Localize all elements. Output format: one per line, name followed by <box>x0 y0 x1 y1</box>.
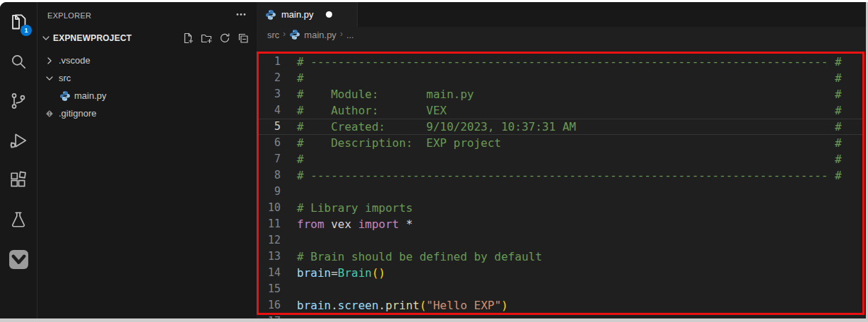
line-number: 5 <box>257 119 281 135</box>
code-line[interactable]: 5# Created: 9/10/2023, 10:37:31 AM # <box>257 119 864 135</box>
project-root-row[interactable]: EXPNEWPROJECT <box>37 29 257 47</box>
code-editor[interactable]: 1# -------------------------------------… <box>257 42 866 318</box>
vscode-window: 1 EXPLORER EXPNEWPROJECT .vscodesrcmain.… <box>0 2 866 318</box>
code-text: # Module: main.py # <box>281 86 842 102</box>
code-line[interactable]: 1# -------------------------------------… <box>257 54 864 70</box>
code-text: brain=Brain() <box>281 265 385 281</box>
activity-item-source-control[interactable] <box>0 81 37 121</box>
line-number: 4 <box>257 102 281 119</box>
code-line[interactable]: 13# Brain should be defined by default <box>257 249 864 265</box>
code-text: # Description: EXP project # <box>281 135 842 151</box>
tab-main-py[interactable]: main.py <box>257 2 358 27</box>
tree-item-src[interactable]: src <box>37 69 257 87</box>
breadcrumb: src›main.py›... <box>257 27 866 42</box>
run-debug-icon <box>9 131 28 150</box>
breadcrumb-label: src <box>267 30 279 40</box>
new-file-icon[interactable] <box>182 32 194 44</box>
code-line[interactable]: 4# Author: VEX # <box>257 102 864 119</box>
line-number: 10 <box>257 200 281 216</box>
refresh-icon[interactable] <box>218 32 231 44</box>
activity-item-run-and-debug[interactable] <box>0 121 37 160</box>
activity-item-search[interactable] <box>0 42 37 81</box>
code-line[interactable]: 8# -------------------------------------… <box>257 167 864 184</box>
sidebar-header: EXPLORER <box>37 2 257 29</box>
line-number: 8 <box>257 167 281 184</box>
code-text: from vex import * <box>281 216 413 232</box>
code-text: # # <box>281 151 842 167</box>
code-text: # --------------------------------------… <box>281 54 842 70</box>
code-line[interactable]: 3# Module: main.py # <box>257 86 864 102</box>
code-line[interactable]: 7# # <box>257 151 864 167</box>
code-text: # Brain should be defined by default <box>281 249 542 265</box>
vex-icon <box>8 249 29 270</box>
breadcrumb-item[interactable]: main.py <box>289 29 336 40</box>
code-line[interactable]: 14brain=Brain() <box>257 265 864 281</box>
line-number: 12 <box>257 232 281 249</box>
code-line[interactable]: 11from vex import * <box>257 216 864 232</box>
tree-item-label: src <box>59 73 71 83</box>
new-folder-icon[interactable] <box>200 32 213 44</box>
code-line[interactable]: 9 <box>257 184 864 200</box>
editor-group: main.py src›main.py›... 1# -------------… <box>257 2 866 318</box>
breadcrumb-separator: › <box>283 29 286 39</box>
activity-item-explorer[interactable]: 1 <box>0 2 37 42</box>
tab-bar: main.py <box>257 2 866 27</box>
code-line[interactable]: 15 <box>257 281 864 297</box>
activity-item-testing[interactable] <box>0 200 37 239</box>
badge-count: 1 <box>20 25 32 36</box>
line-number: 1 <box>257 54 281 70</box>
collapse-all-icon[interactable] <box>237 32 250 44</box>
tree-item-dot-gitignore[interactable]: .gitignore <box>37 105 257 122</box>
line-number: 14 <box>257 265 281 281</box>
modified-indicator[interactable] <box>326 11 332 18</box>
line-number: 3 <box>257 86 281 102</box>
code-line[interactable]: 17 <box>257 314 864 318</box>
explorer-actions <box>182 32 250 44</box>
code-line[interactable]: 10# Library imports <box>257 200 864 216</box>
extensions-icon <box>9 171 28 189</box>
tab-label: main.py <box>281 9 314 20</box>
python-icon <box>265 9 276 20</box>
code-line[interactable]: 12 <box>257 232 864 249</box>
activity-item-extensions[interactable] <box>0 160 37 200</box>
line-number: 16 <box>257 297 281 314</box>
breadcrumb-label: main.py <box>304 30 336 40</box>
line-number: 13 <box>257 249 281 265</box>
line-number: 9 <box>257 184 281 200</box>
test-flask-icon <box>9 210 28 229</box>
python-icon <box>289 29 300 40</box>
code-line[interactable]: 6# Description: EXP project # <box>257 135 864 151</box>
code-text: # # <box>281 70 842 86</box>
project-name: EXPNEWPROJECT <box>53 33 182 43</box>
line-number: 2 <box>257 70 281 86</box>
tree-item-main.py[interactable]: main.py <box>37 87 257 105</box>
explorer-sidebar: EXPLORER EXPNEWPROJECT .vscodesrcmain.py… <box>37 2 257 318</box>
breadcrumb-separator: › <box>340 29 343 39</box>
activity-item-vex[interactable] <box>0 239 37 279</box>
tree-item-label: main.py <box>74 90 107 101</box>
activity-bar: 1 <box>0 2 37 318</box>
line-number: 6 <box>257 135 281 151</box>
code-text: # --------------------------------------… <box>281 167 842 184</box>
code-line[interactable]: 2# # <box>257 70 864 86</box>
line-number: 7 <box>257 151 281 167</box>
breadcrumb-item[interactable]: src <box>267 30 279 40</box>
tree-item-label: .gitignore <box>59 108 96 119</box>
breadcrumb-label: ... <box>346 30 354 40</box>
tree-item-dot-vscode[interactable]: .vscode <box>37 52 257 69</box>
breadcrumb-item[interactable]: ... <box>346 30 354 40</box>
code-text: brain.screen.print("Hello EXP") <box>281 297 508 314</box>
code-line[interactable]: 16brain.screen.print("Hello EXP") <box>257 297 864 314</box>
screenshot-frame: 1 EXPLORER EXPNEWPROJECT .vscodesrcmain.… <box>0 0 868 322</box>
window-border-bottom <box>0 318 868 322</box>
more-actions-icon[interactable] <box>235 8 247 23</box>
line-number: 15 <box>257 281 281 297</box>
tree-item-label: .vscode <box>59 55 90 66</box>
line-number: 11 <box>257 216 281 232</box>
chevron-down-icon <box>40 32 52 44</box>
code-text: # Library imports <box>281 200 413 216</box>
sidebar-title: EXPLORER <box>47 11 91 20</box>
chevron-down-icon <box>44 73 55 84</box>
code-text: # Created: 9/10/2023, 10:37:31 AM # <box>281 119 842 135</box>
search-icon <box>9 52 28 71</box>
